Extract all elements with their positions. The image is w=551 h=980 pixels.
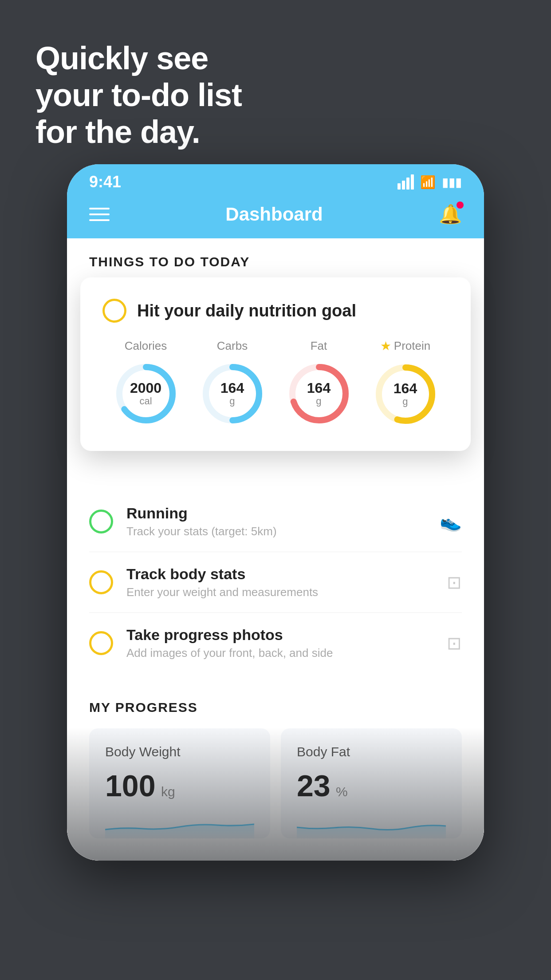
calories-value: 2000 bbox=[130, 380, 161, 396]
phone-frame: 9:41 📶 ▮▮▮ Dashboard 🔔 THINGS TO DO TO bbox=[67, 164, 484, 861]
protein-label: ★ Protein bbox=[380, 339, 430, 353]
nutrition-fat: Fat 164 g bbox=[283, 339, 354, 429]
carbs-donut: 164 g bbox=[197, 358, 268, 429]
list-item[interactable]: Running Track your stats (target: 5km) 👟 bbox=[89, 491, 462, 552]
notification-bell-button[interactable]: 🔔 bbox=[439, 203, 462, 225]
todo-text-photos: Take progress photos Add images of your … bbox=[126, 626, 433, 660]
scale-icon: ⊡ bbox=[447, 572, 462, 593]
battery-icon: ▮▮▮ bbox=[442, 175, 462, 190]
progress-header: MY PROGRESS bbox=[89, 700, 462, 715]
list-item[interactable]: Take progress photos Add images of your … bbox=[89, 613, 462, 673]
todo-subtitle: Enter your weight and measurements bbox=[126, 585, 433, 599]
todo-subtitle: Add images of your front, back, and side bbox=[126, 646, 433, 660]
nav-title: Dashboard bbox=[225, 204, 323, 225]
todo-title: Running bbox=[126, 505, 426, 522]
fat-donut: 164 g bbox=[283, 358, 354, 429]
todo-circle-bodystats bbox=[89, 570, 113, 594]
carbs-label: Carbs bbox=[217, 339, 248, 353]
body-weight-unit: kg bbox=[161, 784, 175, 799]
fat-unit: g bbox=[307, 396, 331, 407]
hero-text: Quickly see your to-do list for the day. bbox=[35, 40, 242, 150]
body-fat-card[interactable]: Body Fat 23 % bbox=[281, 728, 462, 838]
progress-cards: Body Weight 100 kg bbox=[89, 728, 462, 838]
todo-list: Running Track your stats (target: 5km) 👟… bbox=[67, 491, 484, 673]
protein-unit: g bbox=[394, 397, 417, 407]
signal-bars-icon bbox=[398, 174, 414, 190]
body-fat-value: 23 bbox=[297, 768, 331, 803]
nutrition-carbs: Carbs 164 g bbox=[197, 339, 268, 429]
card-task-row: Hit your daily nutrition goal bbox=[102, 299, 449, 323]
floating-nutrition-card: Hit your daily nutrition goal Calories 2… bbox=[80, 277, 471, 451]
status-time: 9:41 bbox=[89, 173, 121, 191]
body-fat-label: Body Fat bbox=[297, 744, 446, 759]
todo-title: Take progress photos bbox=[126, 626, 433, 644]
todo-title: Track body stats bbox=[126, 565, 433, 583]
todo-circle-photos bbox=[89, 631, 113, 655]
protein-value: 164 bbox=[394, 381, 417, 396]
fat-value: 164 bbox=[307, 380, 331, 396]
carbs-value: 164 bbox=[220, 380, 244, 396]
body-weight-value: 100 bbox=[105, 768, 155, 803]
hero-line2: your to-do list bbox=[35, 77, 242, 114]
calories-donut: 2000 cal bbox=[110, 358, 181, 429]
hero-line1: Quickly see bbox=[35, 40, 242, 77]
nutrition-protein: ★ Protein 164 g bbox=[370, 339, 441, 430]
hero-line3: for the day. bbox=[35, 114, 242, 150]
todo-text-running: Running Track your stats (target: 5km) bbox=[126, 505, 426, 538]
progress-section: MY PROGRESS Body Weight 100 kg bbox=[67, 673, 484, 861]
body-weight-card[interactable]: Body Weight 100 kg bbox=[89, 728, 270, 838]
body-weight-chart bbox=[105, 812, 254, 838]
protein-donut: 164 g bbox=[370, 359, 441, 430]
list-item[interactable]: Track body stats Enter your weight and m… bbox=[89, 552, 462, 613]
calories-unit: cal bbox=[130, 396, 161, 407]
card-task-title: Hit your daily nutrition goal bbox=[137, 301, 356, 320]
notification-dot bbox=[457, 202, 464, 209]
body-fat-unit: % bbox=[336, 784, 348, 799]
body-weight-label: Body Weight bbox=[105, 744, 254, 759]
todo-text-bodystats: Track body stats Enter your weight and m… bbox=[126, 565, 433, 599]
status-bar: 9:41 📶 ▮▮▮ bbox=[67, 164, 484, 195]
photo-icon: ⊡ bbox=[447, 633, 462, 653]
star-icon: ★ bbox=[380, 339, 391, 353]
hamburger-menu-button[interactable] bbox=[89, 208, 110, 221]
wifi-icon: 📶 bbox=[420, 175, 436, 190]
body-fat-chart bbox=[297, 812, 446, 838]
calories-label: Calories bbox=[125, 339, 167, 353]
nutrition-row: Calories 2000 cal Carbs bbox=[102, 339, 449, 430]
status-icons: 📶 ▮▮▮ bbox=[398, 174, 462, 190]
nutrition-calories: Calories 2000 cal bbox=[110, 339, 181, 429]
todo-subtitle: Track your stats (target: 5km) bbox=[126, 525, 426, 538]
section-header: THINGS TO DO TODAY bbox=[67, 238, 484, 278]
todo-circle-running bbox=[89, 510, 113, 533]
carbs-unit: g bbox=[220, 396, 244, 407]
nav-bar: Dashboard 🔔 bbox=[67, 195, 484, 238]
task-circle-nutrition bbox=[102, 299, 126, 323]
running-icon: 👟 bbox=[440, 511, 462, 532]
fat-label: Fat bbox=[311, 339, 327, 353]
